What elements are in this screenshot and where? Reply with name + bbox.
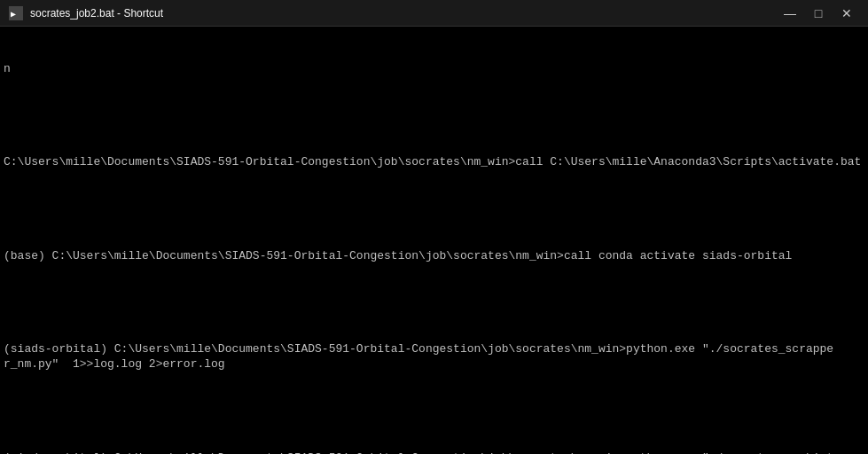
title-bar: ▶ socrates_job2.bat - Shortcut — □ ✕ xyxy=(0,0,868,27)
line-2 xyxy=(4,108,864,124)
title-bar-left: ▶ socrates_job2.bat - Shortcut xyxy=(9,6,163,20)
close-button[interactable]: ✕ xyxy=(834,4,859,23)
window-controls: — □ ✕ xyxy=(778,4,859,23)
minimize-button[interactable]: — xyxy=(778,4,802,23)
line-9: (siads-orbital) C:\Users\mille\Documents… xyxy=(4,450,864,454)
window-title: socrates_job2.bat - Shortcut xyxy=(30,7,163,20)
terminal-output: n C:\Users\mille\Documents\SIADS-591-Orb… xyxy=(0,27,868,454)
line-8 xyxy=(4,403,864,419)
app-icon: ▶ xyxy=(9,6,23,20)
maximize-button[interactable]: □ xyxy=(806,4,831,23)
line-5: (base) C:\Users\mille\Documents\SIADS-59… xyxy=(4,248,864,264)
line-6 xyxy=(4,294,864,310)
line-7: (siads-orbital) C:\Users\mille\Documents… xyxy=(4,341,864,372)
line-3: C:\Users\mille\Documents\SIADS-591-Orbit… xyxy=(4,154,864,170)
line-4 xyxy=(4,201,864,217)
svg-text:▶: ▶ xyxy=(11,9,16,19)
line-1: n xyxy=(4,61,864,77)
